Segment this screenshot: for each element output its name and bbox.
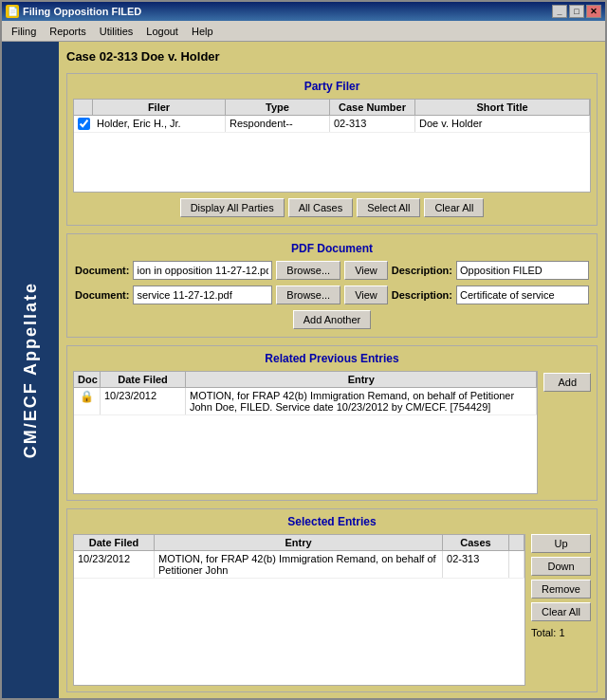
related-td-entry: MOTION, for FRAP 42(b) Immigration Reman… [186,388,537,414]
selected-th-cases: Cases [443,535,509,550]
desc-label-1: Description: [392,265,452,276]
party-filer-table: Filer Type Case Number Short Title Holde… [73,99,591,193]
desc-input-1[interactable] [456,261,589,280]
up-button[interactable]: Up [531,534,591,553]
related-header: Doc Date Filed Entry [74,372,537,388]
add-btn-container: Add [543,371,591,494]
close-button[interactable]: ✕ [586,5,601,18]
select-all-button[interactable]: Select All [357,198,420,217]
row-type: Respondent-- [226,116,330,132]
selected-td-date: 10/23/2012 [74,551,155,578]
menu-help[interactable]: Help [186,24,219,39]
display-all-parties-button[interactable]: Display All Parties [180,198,285,217]
browse-button-2[interactable]: Browse... [276,286,340,304]
desc-label-2: Description: [392,289,452,301]
selected-inner: Date Filed Entry Cases 10/23/2012 MOTION… [73,534,591,686]
add-another-button[interactable]: Add Another [293,310,372,329]
title-bar-buttons: _ □ ✕ [552,5,601,18]
selected-th-date: Date Filed [74,535,155,550]
party-checkbox[interactable] [78,118,90,130]
sidebar-label: CM/ECF Appellate [21,282,41,458]
row-case-number: 02-313 [330,116,415,132]
maximize-button[interactable]: □ [569,5,584,18]
row-short-title: Doe v. Holder [415,116,590,132]
main-content: Case 02-313 Doe v. Holder Party Filer Fi… [59,42,605,698]
related-entries-title: Related Previous Entries [73,352,591,365]
remove-button[interactable]: Remove [531,580,591,599]
related-entries-section: Related Previous Entries Doc Date Filed … [66,345,598,501]
selected-td-scroll-cell [509,551,524,578]
sidebar: CM/ECF Appellate [2,42,59,698]
th-case-number: Case Number [330,100,415,115]
window-title: Filing Opposition FILED [23,6,141,17]
menu-logout[interactable]: Logout [140,24,184,39]
party-filer-header: Filer Type Case Number Short Title [74,100,590,116]
related-th-date: Date Filed [101,372,186,387]
related-td-icon: 🔒 [74,388,101,414]
party-buttons: Display All Parties All Cases Select All… [73,193,591,219]
menu-bar: Filing Reports Utilities Logout Help [2,21,605,42]
party-filer-section: Party Filer Filer Type Case Number Short… [66,73,598,226]
th-check [74,100,93,115]
main-window: 📄 Filing Opposition FILED _ □ ✕ Filing R… [0,0,607,700]
related-th-doc: Doc [74,372,101,387]
row-filer: Holder, Eric H., Jr. [93,116,226,132]
add-entry-button[interactable]: Add [543,373,591,392]
view-button-1[interactable]: View [344,261,388,280]
selected-entries-title: Selected Entries [73,515,591,528]
pdf-section-title: PDF Document [75,242,589,255]
minimize-button[interactable]: _ [552,5,567,18]
menu-utilities[interactable]: Utilities [94,24,138,39]
browse-button-1[interactable]: Browse... [276,261,340,280]
down-button[interactable]: Down [531,557,591,576]
pdf-row-1: Document: Browse... View Description: [75,261,589,280]
menu-reports[interactable]: Reports [44,24,92,39]
content-area: CM/ECF Appellate Case 02-313 Doe v. Hold… [2,42,605,698]
menu-filing[interactable]: Filing [6,24,42,39]
selected-buttons: Up Down Remove Clear All Total: 1 [531,534,591,686]
pdf-document-section: PDF Document Document: Browse... View De… [66,233,598,338]
table-row: Holder, Eric H., Jr. Respondent-- 02-313… [74,116,590,133]
page-title: Case 02-313 Doe v. Holder [66,49,598,64]
selected-td-cases: 02-313 [443,551,509,578]
row-checkbox-cell[interactable] [74,116,93,132]
party-list: Holder, Eric H., Jr. Respondent-- 02-313… [74,116,590,192]
pdf-label-2: Document: [75,289,129,301]
related-th-entry: Entry [186,372,537,387]
title-bar: 📄 Filing Opposition FILED _ □ ✕ [2,2,605,21]
pdf-filename-1[interactable] [133,261,272,280]
desc-input-2[interactable] [456,286,589,304]
lock-icon: 🔒 [80,390,94,403]
total-label: Total: 1 [531,627,591,638]
selected-row: 10/23/2012 MOTION, for FRAP 42(b) Immigr… [74,551,524,579]
th-filer: Filer [93,100,226,115]
view-button-2[interactable]: View [344,286,388,304]
window-icon: 📄 [6,5,19,18]
pdf-label-1: Document: [75,265,129,276]
related-table-container: Doc Date Filed Entry 🔒 10/23/2012 MOTION… [73,371,538,494]
related-row: 🔒 10/23/2012 MOTION, for FRAP 42(b) Immi… [74,388,537,415]
th-type: Type [226,100,330,115]
selected-td-entry: MOTION, for FRAP 42(b) Immigration Reman… [155,551,443,578]
party-filer-title: Party Filer [73,80,591,93]
clear-all-selected-button[interactable]: Clear All [531,602,591,621]
clear-all-party-button[interactable]: Clear All [424,198,484,217]
add-another-row: Add Another [75,310,589,329]
selected-entries-section: Selected Entries Date Filed Entry Cases … [66,508,598,692]
related-table: Doc Date Filed Entry 🔒 10/23/2012 MOTION… [73,371,538,494]
pdf-filename-2[interactable] [133,286,272,304]
selected-th-scroll [509,535,524,550]
related-td-date: 10/23/2012 [101,388,186,414]
all-cases-button[interactable]: All Cases [288,198,353,217]
selected-table: Date Filed Entry Cases 10/23/2012 MOTION… [73,534,525,686]
pdf-row-2: Document: Browse... View Description: [75,286,589,304]
th-short-title: Short Title [415,100,590,115]
title-bar-left: 📄 Filing Opposition FILED [6,5,141,18]
selected-th-entry: Entry [155,535,443,550]
related-section-inner: Doc Date Filed Entry 🔒 10/23/2012 MOTION… [73,371,591,494]
selected-header: Date Filed Entry Cases [74,535,524,551]
